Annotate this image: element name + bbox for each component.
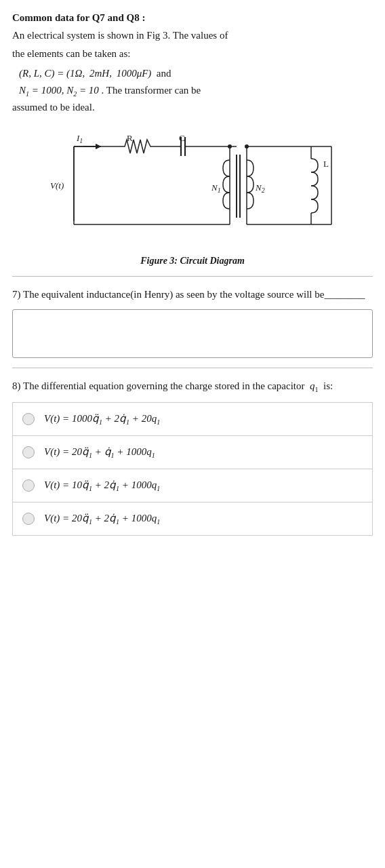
intro-line1: An electrical system is shown in Fig 3. … (12, 28, 373, 43)
math-expression-1: (R, L, C) = (1Ω, 2mH, 1000μF) and (19, 65, 373, 83)
svg-text:V(t): V(t) (50, 180, 64, 191)
q8-body: The differential equation governing the … (23, 380, 333, 391)
question-8-text: 8) The differential equation governing t… (12, 378, 373, 395)
circuit-diagram: V(t) I1 R C (47, 126, 338, 252)
option-B-row[interactable]: V(t) = 20q̈1 + q̇1 + 1000q1 (12, 436, 373, 469)
figure-caption: Figure 3: Circuit Diagram (140, 256, 245, 267)
svg-text:N2: N2 (255, 182, 265, 194)
common-data-header: Common data for Q7 and Q8 : (12, 12, 373, 24)
svg-marker-9 (96, 144, 101, 149)
svg-text:I1: I1 (76, 133, 83, 144)
q7-body: The equivalent inductance(in Henry) as s… (23, 289, 365, 300)
question-7-block: 7) The equivalent inductance(in Henry) a… (12, 286, 373, 358)
option-C-row[interactable]: V(t) = 10q̈1 + 2q̇1 + 1000q1 (12, 469, 373, 502)
divider-1 (12, 276, 373, 277)
svg-text:L: L (323, 159, 329, 169)
option-D-row[interactable]: V(t) = 20q̈1 + 2q̇1 + 1000q1 (12, 502, 373, 536)
option-B-text: V(t) = 20q̈1 + q̇1 + 1000q1 (44, 444, 155, 460)
question-8-block: 8) The differential equation governing t… (12, 378, 373, 536)
option-A-row[interactable]: V(t) = 1000q̈1 + 2q̇1 + 20q1 (12, 402, 373, 436)
option-A-text: V(t) = 1000q̈1 + 2q̇1 + 20q1 (44, 411, 160, 427)
intro-line3: assumed to be ideal. (12, 100, 373, 115)
svg-text:N1: N1 (211, 182, 221, 194)
divider-2 (12, 368, 373, 368)
option-C-radio[interactable] (22, 479, 35, 492)
q7-number: 7) (12, 289, 21, 300)
option-D-text: V(t) = 20q̈1 + 2q̇1 + 1000q1 (44, 511, 160, 527)
option-B-radio[interactable] (22, 446, 35, 458)
option-A-radio[interactable] (22, 413, 35, 425)
circuit-figure: V(t) I1 R C (12, 126, 373, 267)
math-expression-2: N1 = 1000, N2 = 10 . The transformer can… (19, 82, 373, 100)
option-C-text: V(t) = 10q̈1 + 2q̇1 + 1000q1 (44, 477, 160, 494)
q7-answer-box[interactable] (12, 309, 373, 358)
q8-number: 8) (12, 380, 21, 391)
option-D-radio[interactable] (22, 513, 35, 525)
intro-line2: the elements can be taken as: (12, 46, 373, 62)
question-7-text: 7) The equivalent inductance(in Henry) a… (12, 286, 373, 302)
svg-text:C: C (179, 133, 185, 143)
